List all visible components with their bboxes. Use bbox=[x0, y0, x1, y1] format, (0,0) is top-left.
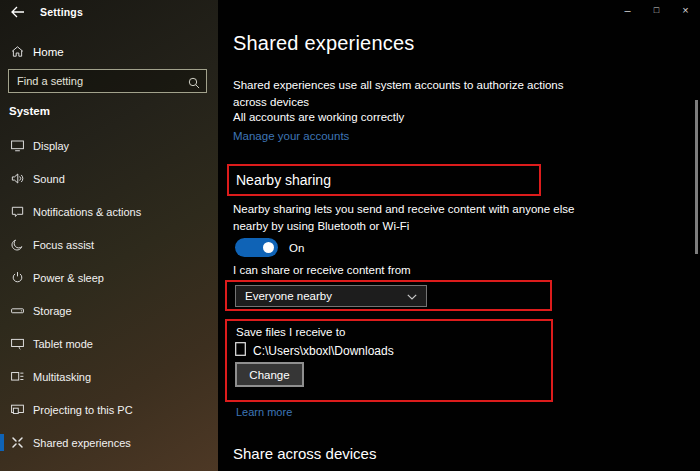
sidebar-item-label: Shared experiences bbox=[33, 437, 131, 449]
search-box bbox=[8, 69, 207, 93]
back-arrow-icon[interactable] bbox=[0, 6, 34, 18]
sidebar-item-label: Focus assist bbox=[33, 239, 94, 251]
share-from-dropdown[interactable]: Everyone nearby bbox=[235, 285, 427, 307]
nearby-desc-line-2: nearby by using Bluetooth or Wi-Fi bbox=[233, 218, 574, 235]
nearby-sharing-heading: Nearby sharing bbox=[236, 172, 331, 188]
learn-more-link[interactable]: Learn more bbox=[236, 406, 292, 418]
nearby-desc-line-1: Nearby sharing lets you send and receive… bbox=[233, 201, 574, 218]
search-icon bbox=[188, 75, 200, 93]
sidebar-item-projecting[interactable]: Projecting to this PC bbox=[0, 393, 218, 426]
main-panel: – □ × Shared experiences Shared experien… bbox=[218, 0, 700, 471]
sidebar-nav: Display Sound Notifications & actions Fo… bbox=[0, 129, 218, 459]
sidebar-item-label: Display bbox=[33, 140, 69, 152]
storage-icon bbox=[10, 303, 25, 318]
sidebar-item-label: Sound bbox=[33, 173, 65, 185]
page-title: Shared experiences bbox=[233, 32, 415, 55]
save-files-label: Save files I receive to bbox=[236, 326, 345, 338]
nearby-sharing-toggle[interactable] bbox=[235, 238, 278, 257]
sidebar-item-label: Notifications & actions bbox=[33, 206, 141, 218]
scrollbar[interactable] bbox=[695, 100, 698, 254]
sidebar-section-header: System bbox=[9, 105, 50, 117]
intro-text: Shared experiences use all system accoun… bbox=[233, 77, 564, 111]
sidebar-item-multitasking[interactable]: Multitasking bbox=[0, 360, 218, 393]
sidebar-item-storage[interactable]: Storage bbox=[0, 294, 218, 327]
focus-assist-icon bbox=[10, 237, 25, 252]
intro-line-1: Shared experiences use all system accoun… bbox=[233, 77, 564, 94]
manage-accounts-link[interactable]: Manage your accounts bbox=[233, 130, 349, 142]
sidebar-item-label: Power & sleep bbox=[33, 272, 104, 284]
display-icon bbox=[10, 138, 25, 153]
dropdown-selected-value: Everyone nearby bbox=[245, 290, 332, 302]
document-icon bbox=[235, 342, 246, 359]
minimize-button[interactable]: – bbox=[613, 0, 642, 20]
accounts-status: All accounts are working correctly bbox=[233, 111, 404, 123]
change-button[interactable]: Change bbox=[235, 362, 304, 387]
window-controls: – □ × bbox=[613, 0, 700, 20]
intro-line-2: across devices bbox=[233, 94, 564, 111]
multitasking-icon bbox=[10, 369, 25, 384]
titlebar: Settings bbox=[0, 0, 218, 24]
sidebar-item-sound[interactable]: Sound bbox=[0, 162, 218, 195]
sidebar-item-home[interactable]: Home bbox=[0, 38, 218, 66]
sidebar-item-display[interactable]: Display bbox=[0, 129, 218, 162]
sidebar-item-focus-assist[interactable]: Focus assist bbox=[0, 228, 218, 261]
sidebar: Settings Home System Display bbox=[0, 0, 218, 471]
sidebar-item-tablet-mode[interactable]: Tablet mode bbox=[0, 327, 218, 360]
projecting-icon bbox=[10, 402, 25, 417]
toggle-state-label: On bbox=[289, 242, 304, 254]
chevron-down-icon bbox=[407, 290, 417, 302]
save-path-value: C:\Users\xboxl\Downloads bbox=[253, 344, 394, 358]
tablet-mode-icon bbox=[10, 336, 25, 351]
notifications-icon bbox=[10, 204, 25, 219]
sidebar-item-power-sleep[interactable]: Power & sleep bbox=[0, 261, 218, 294]
maximize-button[interactable]: □ bbox=[642, 0, 671, 20]
home-icon bbox=[10, 44, 25, 61]
sound-icon bbox=[10, 171, 25, 186]
toggle-knob bbox=[263, 242, 274, 253]
search-input[interactable] bbox=[8, 69, 207, 93]
sidebar-item-label: Home bbox=[33, 46, 64, 58]
share-across-devices-heading: Share across devices bbox=[233, 445, 376, 462]
selection-indicator bbox=[0, 434, 4, 451]
close-button[interactable]: × bbox=[671, 0, 700, 20]
save-path-row: C:\Users\xboxl\Downloads bbox=[235, 342, 394, 359]
power-icon bbox=[10, 270, 25, 285]
sidebar-item-notifications[interactable]: Notifications & actions bbox=[0, 195, 218, 228]
sidebar-item-label: Storage bbox=[33, 305, 72, 317]
sidebar-item-shared-experiences[interactable]: Shared experiences bbox=[0, 426, 218, 459]
sidebar-item-label: Tablet mode bbox=[33, 338, 93, 350]
shared-experiences-icon bbox=[10, 435, 25, 450]
share-from-label: I can share or receive content from bbox=[233, 264, 411, 276]
sidebar-item-label: Projecting to this PC bbox=[33, 404, 133, 416]
sidebar-item-label: Multitasking bbox=[33, 371, 91, 383]
window-title: Settings bbox=[40, 6, 83, 18]
nearby-sharing-description: Nearby sharing lets you send and receive… bbox=[233, 201, 574, 235]
settings-window: Settings Home System Display bbox=[0, 0, 700, 471]
nearby-sharing-toggle-row: On bbox=[235, 238, 304, 257]
